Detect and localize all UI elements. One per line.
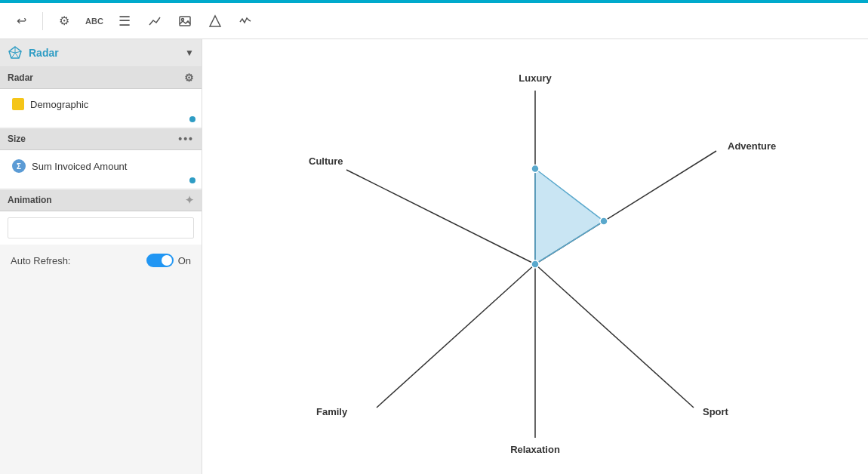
- auto-refresh-label: Auto Refresh:: [11, 255, 71, 266]
- sidebar: Radar ▼ Radar ⚙ Demographic Size •••: [0, 39, 202, 474]
- demographic-color-icon: [12, 98, 24, 110]
- radar-section-header: Radar ⚙: [0, 67, 202, 89]
- sum-invoiced-field[interactable]: Σ Sum Invoiced Amount: [8, 156, 194, 176]
- size-blue-dot: [189, 177, 195, 183]
- chevron-down-icon[interactable]: ▼: [185, 48, 194, 58]
- svg-marker-2: [210, 16, 220, 26]
- svg-line-7: [11, 53, 15, 58]
- radar-blue-dot: [189, 116, 195, 122]
- svg-line-6: [15, 53, 19, 58]
- data-point-center: [531, 260, 539, 268]
- size-section-content: Σ Sum Invoiced Amount: [0, 150, 202, 188]
- data-point-adventure: [600, 217, 608, 225]
- sum-invoiced-label: Sum Invoiced Amount: [32, 161, 127, 172]
- shape-button[interactable]: [203, 9, 227, 33]
- toolbar: ↩ ⚙ ABC ☰: [0, 3, 868, 39]
- toggle-switch[interactable]: [146, 254, 174, 267]
- animation-section: Animation ✦: [0, 189, 202, 245]
- label-relaxation: Relaxation: [510, 444, 560, 455]
- list-button[interactable]: ☰: [112, 9, 137, 33]
- chart-area: Luxury Adventure Sport Relaxation Family…: [202, 39, 868, 474]
- toggle-on-label: On: [178, 255, 191, 266]
- image-button[interactable]: [173, 9, 197, 33]
- sidebar-header[interactable]: Radar ▼: [0, 39, 202, 67]
- chart-line-button[interactable]: [143, 9, 167, 33]
- label-sport: Sport: [703, 406, 729, 417]
- label-adventure: Adventure: [728, 140, 776, 152]
- settings-button[interactable]: ⚙: [52, 9, 76, 33]
- axis-culture: [346, 170, 535, 264]
- sidebar-title: Radar: [29, 47, 59, 59]
- size-section-header: Size •••: [0, 128, 202, 150]
- data-point-luxury: [531, 165, 539, 173]
- toolbar-divider-1: [42, 12, 43, 30]
- demographic-label: Demographic: [30, 99, 88, 110]
- animation-content: [0, 211, 202, 245]
- radar-section-content: Demographic: [0, 89, 202, 127]
- main-content: Radar ▼ Radar ⚙ Demographic Size •••: [0, 39, 868, 474]
- sparkline-button[interactable]: [233, 9, 257, 33]
- auto-refresh-row: Auto Refresh: On: [0, 246, 202, 275]
- svg-point-1: [182, 18, 184, 20]
- text-button[interactable]: ABC: [82, 9, 106, 33]
- size-section-label: Size: [8, 134, 26, 144]
- radar-icon: [8, 45, 23, 60]
- demographic-field[interactable]: Demographic: [8, 95, 194, 113]
- data-polygon: [535, 169, 604, 265]
- size-section: Size ••• Σ Sum Invoiced Amount: [0, 128, 202, 188]
- radar-section-label: Radar: [8, 72, 33, 83]
- label-luxury: Luxury: [519, 72, 552, 84]
- auto-refresh-toggle[interactable]: On: [146, 254, 191, 267]
- toggle-knob: [162, 255, 172, 266]
- radar-settings-icon[interactable]: ⚙: [184, 72, 194, 84]
- radar-chart-svg: Luxury Adventure Sport Relaxation Family…: [271, 53, 799, 460]
- animation-spinner-icon: ✦: [185, 194, 194, 206]
- label-family: Family: [316, 406, 348, 417]
- radar-section: Radar ⚙ Demographic: [0, 67, 202, 127]
- axis-sport: [535, 264, 694, 408]
- animation-section-header: Animation ✦: [0, 189, 202, 211]
- animation-section-label: Animation: [8, 195, 52, 205]
- label-culture: Culture: [309, 155, 343, 167]
- undo-button[interactable]: ↩: [9, 9, 33, 33]
- animation-bar[interactable]: [8, 217, 194, 239]
- size-more-icon[interactable]: •••: [178, 133, 194, 145]
- sigma-icon: Σ: [12, 159, 26, 173]
- sidebar-header-left: Radar: [8, 45, 59, 60]
- axis-family: [377, 264, 535, 408]
